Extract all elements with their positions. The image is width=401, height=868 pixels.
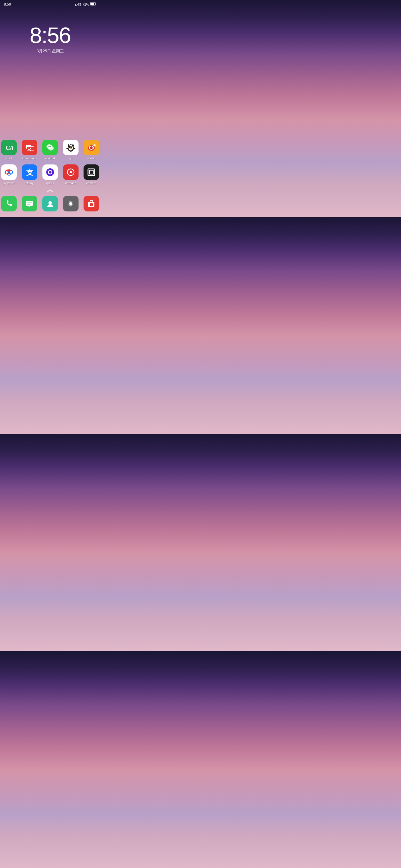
wechat-label: wechat (46, 157, 55, 160)
quark-label: quark (46, 181, 54, 185)
svg-rect-8 (30, 150, 31, 151)
status-right: ▲4G 72% (74, 2, 96, 6)
status-time: 8:56 (4, 2, 11, 6)
camera-label: camera (86, 181, 97, 185)
signal-icon: ▲4G (74, 3, 81, 6)
svg-rect-50 (90, 204, 93, 206)
battery-percent: 72% (82, 2, 89, 6)
camera-icon (84, 164, 99, 180)
skydrive-icon (1, 164, 17, 180)
quark-icon (42, 164, 58, 180)
weibo-label: weibo (87, 157, 95, 160)
svg-text:CA: CA (6, 144, 13, 151)
svg-rect-2 (90, 3, 94, 5)
svg-point-18 (69, 146, 70, 147)
app-wechat[interactable]: wechat (42, 140, 58, 160)
contacts-icon (42, 196, 58, 211)
svg-point-21 (70, 148, 72, 149)
wechat-icon (42, 140, 58, 155)
svg-rect-41 (88, 169, 95, 176)
svg-point-23 (72, 145, 74, 147)
dock-settings[interactable] (63, 196, 79, 211)
app-community[interactable]: 1+ community (22, 140, 37, 160)
app-quark[interactable]: quark (42, 164, 58, 185)
svg-rect-43 (26, 201, 33, 206)
phone-icon (1, 196, 17, 211)
app-qq[interactable]: qq (63, 140, 79, 160)
svg-marker-44 (28, 206, 30, 207)
svg-point-12 (49, 146, 50, 147)
battery-icon (90, 2, 96, 6)
app-alipay[interactable]: 支 alipay (22, 164, 37, 185)
svg-point-40 (69, 171, 72, 173)
alipay-label: alipay (26, 181, 34, 185)
alipay-icon: 支 (22, 164, 37, 180)
settings-icon (63, 196, 79, 211)
cool-icon: CA (1, 140, 17, 155)
app-netease[interactable]: netease (63, 164, 79, 185)
svg-point-19 (71, 146, 72, 147)
appstore-icon (84, 196, 99, 211)
app-cool[interactable]: CA cool (1, 140, 17, 160)
svg-point-47 (49, 201, 52, 205)
app-skydrive[interactable]: skydrive (1, 164, 17, 185)
clock-date: 3月25日 星期三 (36, 49, 63, 54)
clock-area: 8:56 3月25日 星期三 (0, 24, 100, 54)
qq-icon (63, 140, 79, 155)
weibo-icon (84, 140, 99, 155)
dock-phone[interactable] (1, 196, 17, 211)
dock-messages[interactable] (22, 196, 37, 211)
dock-contacts[interactable] (42, 196, 58, 211)
cool-label: cool (6, 157, 12, 160)
app-camera[interactable]: camera (84, 164, 99, 185)
svg-point-22 (68, 145, 69, 147)
svg-rect-42 (89, 170, 93, 174)
skydrive-label: skydrive (3, 181, 15, 185)
community-icon: 1+ (22, 140, 37, 155)
netease-icon (63, 164, 79, 180)
app-weibo[interactable]: weibo (84, 140, 99, 160)
dock-appstore[interactable] (84, 196, 99, 211)
apps-container: CA cool 1+ community (0, 137, 100, 195)
svg-text:支: 支 (26, 168, 34, 177)
svg-point-13 (50, 146, 51, 147)
dock (0, 192, 100, 217)
netease-label: netease (65, 181, 76, 185)
svg-rect-1 (96, 3, 96, 5)
app-row-2: skydrive 支 alipay quark (0, 162, 100, 187)
qq-label: qq (69, 157, 73, 160)
svg-point-11 (48, 146, 49, 147)
community-label: community (22, 157, 37, 160)
status-bar: 8:56 ▲4G 72% (0, 0, 100, 7)
app-row-1: CA cool 1+ community (0, 137, 100, 162)
messages-icon (22, 196, 37, 211)
svg-point-38 (49, 171, 52, 174)
clock-time: 8:56 (30, 24, 71, 46)
svg-point-30 (91, 147, 92, 148)
